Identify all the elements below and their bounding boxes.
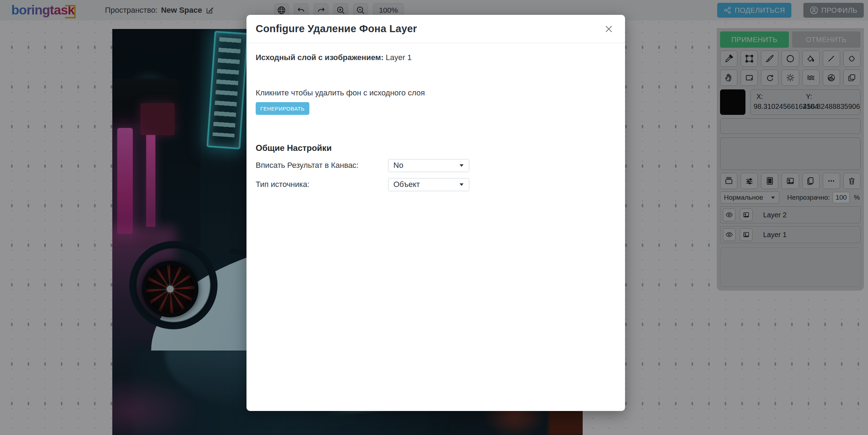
configure-layer-modal: Configure Удаление Фона Layer Исходный с… xyxy=(246,15,625,411)
source-layer-label: Исходный слой с изображением: xyxy=(256,53,384,62)
chevron-down-icon xyxy=(459,183,463,186)
source-type-label: Тип источника: xyxy=(256,180,388,189)
source-layer-line: Исходный слой с изображением: Layer 1 xyxy=(256,53,616,62)
source-type-select[interactable]: Объект xyxy=(388,178,469,191)
fit-result-label: Вписать Результат в Канвас: xyxy=(256,161,388,170)
fit-result-select[interactable]: No xyxy=(388,159,469,172)
source-layer-value: Layer 1 xyxy=(386,53,411,62)
general-settings-title: Общие Настройки xyxy=(256,143,616,153)
close-icon[interactable] xyxy=(602,22,616,36)
modal-title: Configure Удаление Фона Layer xyxy=(256,23,417,35)
generate-hint: Кликните чтобы удалить фон с исходного с… xyxy=(256,88,616,98)
chevron-down-icon xyxy=(459,164,463,166)
generate-button[interactable]: ГЕНЕРИРОВАТЬ xyxy=(256,102,309,115)
